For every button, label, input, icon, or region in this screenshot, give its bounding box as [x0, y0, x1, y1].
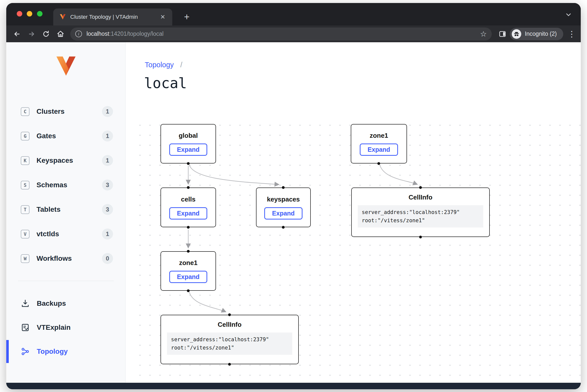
handle-global-bottom [187, 162, 190, 165]
cellinfo-code-block: server_address:"localhost:2379"root:"/vi… [358, 205, 483, 228]
code-line: server_address:"localhost:2379" [362, 208, 479, 216]
vitess-logo[interactable] [54, 54, 78, 80]
page-title: local [144, 75, 187, 91]
node-global[interactable]: global Expand [160, 124, 216, 164]
tab-title: Cluster Topology | VTAdmin [70, 14, 159, 20]
vtexplain-icon [21, 323, 30, 332]
node-title: CellInfo [408, 194, 432, 201]
topology-graph-canvas[interactable]: global Expand zone1 Expand cells Expand … [132, 117, 581, 383]
sidebar-item-label: Backups [37, 300, 66, 308]
workflows-icon: W [21, 254, 30, 263]
node-keyspaces[interactable]: keyspaces Expand [256, 188, 311, 227]
code-line: server_address:"localhost:2379" [171, 336, 288, 344]
tab-search-chevron-icon[interactable] [565, 11, 572, 20]
sidebar-item-label: Workflows [36, 254, 72, 262]
tab-strip: Cluster Topology | VTAdmin ✕ + [6, 3, 581, 26]
expand-button-cells[interactable]: Expand [169, 207, 207, 220]
node-title: cells [181, 196, 196, 203]
schemas-icon: S [21, 181, 30, 190]
node-zone1-top[interactable]: zone1 Expand [351, 124, 407, 164]
incognito-label: Incognito (2) [525, 30, 557, 37]
tab-close-icon[interactable]: ✕ [159, 13, 166, 21]
window-close-button[interactable] [17, 11, 22, 16]
active-nav-indicator [6, 340, 9, 363]
sidebar-item-topology[interactable]: Topology [6, 340, 125, 364]
handle-zone1-bottom-bottom [187, 290, 190, 292]
handle-keyspaces-top [282, 186, 285, 189]
breadcrumb-topology-link[interactable]: Topology [145, 61, 174, 69]
sidebar-item-keyspaces[interactable]: K Keyspaces 1 [6, 148, 125, 173]
backups-icon [21, 299, 30, 308]
tablets-icon: T [21, 205, 30, 214]
sidebar-item-vtctlds[interactable]: V vtctlds 1 [6, 222, 125, 246]
footer-bar [6, 383, 581, 389]
bookmark-star-icon[interactable]: ☆ [480, 30, 487, 38]
handle-cellinfo-right-bottom [419, 236, 422, 238]
side-panel-button[interactable] [495, 28, 510, 40]
expand-button-zone1-bottom[interactable]: Expand [169, 271, 207, 283]
browser-menu-icon[interactable]: ⋮ [566, 29, 578, 39]
page-info-icon[interactable]: i [75, 30, 82, 37]
sidebar-item-label: Gates [36, 132, 56, 140]
forward-button[interactable] [24, 28, 39, 40]
incognito-badge[interactable]: Incognito (2) [510, 28, 563, 40]
handle-zone1-bottom-top [187, 250, 190, 253]
handle-cells-bottom [187, 226, 190, 229]
topology-icon [21, 347, 30, 356]
node-cellinfo-bottom[interactable]: CellInfo server_address:"localhost:2379"… [160, 315, 299, 364]
handle-zone1-top-bottom [378, 162, 380, 165]
node-title: zone1 [370, 132, 388, 140]
node-title: global [179, 132, 198, 140]
sidebar-item-label: vtctlds [36, 230, 59, 238]
browser-tab[interactable]: Cluster Topology | VTAdmin ✕ [53, 8, 172, 26]
sidebar-divider [18, 281, 114, 281]
keyspaces-icon: K [21, 156, 30, 165]
back-button[interactable] [10, 28, 24, 40]
sidebar-item-backups[interactable]: Backups [6, 292, 125, 316]
count-badge: 1 [102, 106, 113, 117]
handle-cellinfo-bottom-top [228, 314, 231, 316]
sidebar-nav: C Clusters 1 G Gates 1 K Keyspaces 1 S S… [6, 99, 125, 271]
clusters-icon: C [21, 107, 30, 116]
handle-keyspaces-bottom [282, 226, 285, 229]
sidebar-item-vtexplain[interactable]: VTExplain [6, 316, 125, 340]
sidebar-item-workflows[interactable]: W Workflows 0 [6, 246, 125, 271]
expand-button-zone1-top[interactable]: Expand [360, 144, 398, 156]
count-badge: 1 [102, 155, 113, 166]
vtadmin-app: C Clusters 1 G Gates 1 K Keyspaces 1 S S… [6, 42, 581, 383]
sidebar-tools: Backups VTExplain Topology [6, 292, 125, 364]
sidebar-item-label: VTExplain [37, 324, 70, 332]
sidebar-item-gates[interactable]: G Gates 1 [6, 124, 125, 148]
sidebar-item-clusters[interactable]: C Clusters 1 [6, 99, 125, 124]
url-bar[interactable]: i localhost:14201/topology/local ☆ [70, 28, 492, 40]
gates-icon: G [21, 132, 30, 140]
sidebar-item-label: Schemas [36, 181, 67, 189]
window-zoom-button[interactable] [37, 11, 42, 16]
count-badge: 3 [102, 204, 113, 215]
node-zone1-bottom[interactable]: zone1 Expand [160, 251, 216, 291]
node-cellinfo-right[interactable]: CellInfo server_address:"localhost:2379"… [351, 188, 490, 237]
code-line: root:"/vitess/zone1" [171, 344, 288, 352]
new-tab-button[interactable]: + [181, 12, 192, 23]
expand-button-global[interactable]: Expand [169, 144, 207, 156]
browser-toolbar: i localhost:14201/topology/local ☆ Incog… [6, 26, 581, 42]
vtctlds-icon: V [21, 230, 30, 238]
reload-button[interactable] [39, 28, 53, 40]
count-badge: 1 [102, 130, 113, 142]
sidebar-item-label: Topology [37, 348, 68, 356]
url-text: localhost:14201/topology/local [86, 30, 480, 37]
breadcrumb: Topology / [145, 61, 182, 69]
cellinfo-code-block: server_address:"localhost:2379"root:"/vi… [167, 332, 292, 355]
sidebar: C Clusters 1 G Gates 1 K Keyspaces 1 S S… [6, 42, 126, 383]
node-cells[interactable]: cells Expand [160, 188, 216, 227]
sidebar-item-schemas[interactable]: S Schemas 3 [6, 173, 125, 197]
sidebar-item-label: Keyspaces [36, 156, 73, 164]
handle-cellinfo-right-top [419, 186, 422, 189]
url-path: :14201/topology/local [109, 30, 164, 37]
expand-button-keyspaces[interactable]: Expand [264, 207, 302, 220]
node-title: keyspaces [267, 196, 300, 203]
window-minimize-button[interactable] [27, 11, 32, 16]
sidebar-item-tablets[interactable]: T Tablets 3 [6, 197, 125, 222]
home-button[interactable] [53, 28, 68, 40]
count-badge: 0 [102, 253, 113, 264]
